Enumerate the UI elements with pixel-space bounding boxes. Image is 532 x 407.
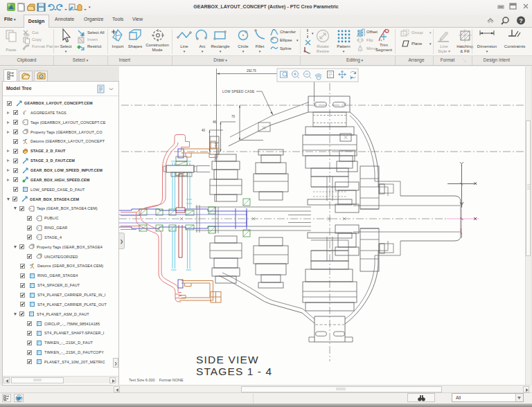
svg-text:70: 70	[231, 115, 236, 118]
svg-text:LOW SPEED CASE: LOW SPEED CASE	[222, 90, 254, 93]
svg-text:40: 40	[202, 129, 206, 132]
svg-text:292.75: 292.75	[247, 69, 256, 73]
svg-text:?: ?	[519, 17, 523, 24]
svg-text:46: 46	[213, 120, 217, 124]
